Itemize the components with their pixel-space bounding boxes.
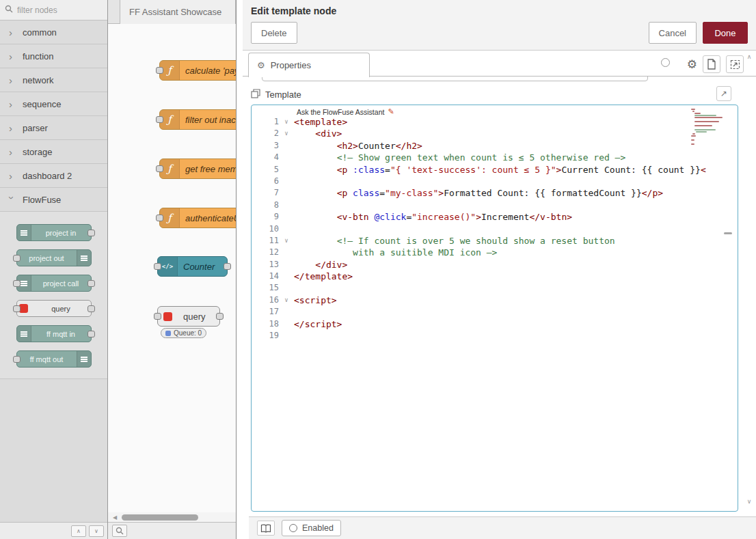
node-port[interactable] <box>156 165 163 172</box>
node-port[interactable] <box>216 313 224 320</box>
palette-node-ff-mqtt-out[interactable]: ff mqtt out <box>16 350 92 368</box>
palette-category-function[interactable]: ›function <box>0 44 107 68</box>
palette-category-common[interactable]: ›common <box>0 20 107 44</box>
line-number: 16 <box>252 294 279 306</box>
function-icon: ƒ <box>167 64 172 77</box>
palette-node-project-call[interactable]: project call <box>16 275 92 292</box>
horizontal-scrollbar[interactable]: ◀ <box>108 512 236 522</box>
workspace-tab-ff-assistant-showcase[interactable]: FF Assistant Showcase <box>120 0 236 24</box>
expand-icon <box>730 59 740 70</box>
palette-node-project-out[interactable]: project out <box>16 249 92 266</box>
palette-category-network[interactable]: ›network <box>0 68 107 92</box>
zoom-button[interactable] <box>112 525 127 537</box>
token: <v-btn <box>337 212 375 222</box>
code-text: with a suitible MDI icon —> <box>294 247 497 258</box>
node-port[interactable] <box>87 305 95 312</box>
palette-collapse-all-button[interactable]: ∧ <box>71 525 86 537</box>
line-number: 3 <box>252 140 279 152</box>
expand-editor-button[interactable]: ↗ <box>716 86 731 101</box>
dialog-title: Edit template node <box>243 0 756 21</box>
workspace[interactable]: FF Assistant Showcase ƒcalculate 'payƒfi… <box>108 0 236 539</box>
node-port[interactable] <box>224 263 231 270</box>
fold-arrow-icon[interactable]: ∨ <box>279 116 294 128</box>
line-number: 14 <box>252 271 279 282</box>
palette-node-ff-mqtt-in[interactable]: ff mqtt in <box>16 325 92 342</box>
token: </v-btn> <box>529 212 572 222</box>
palette-search-input[interactable] <box>17 5 96 15</box>
palette-node-label: query <box>31 305 91 313</box>
docs-button[interactable] <box>703 55 720 73</box>
code-text: <h2>Counter</h2> <box>294 140 422 152</box>
palette-category-flowfuse[interactable]: ›FlowFuse <box>0 188 107 212</box>
chevron-right-icon: › <box>9 147 15 157</box>
horizontal-scrollbar-thumb[interactable] <box>122 514 198 521</box>
flow-canvas[interactable]: ƒcalculate 'payƒfilter out inactiƒget fr… <box>108 24 236 512</box>
dialog-scrollbar[interactable]: ∧ ∨ <box>745 53 753 505</box>
flow-node-filter-out-inacti[interactable]: ƒfilter out inacti <box>159 109 236 130</box>
node-port[interactable] <box>154 263 161 270</box>
settings-gear-icon[interactable]: ⚙ <box>687 59 697 70</box>
token: <template> <box>294 117 347 127</box>
node-port[interactable] <box>13 305 21 312</box>
node-port[interactable] <box>154 313 161 320</box>
editor-lines: 1∨<template>2∨ <div>3 <h2>Counter</h2>4 … <box>252 116 738 342</box>
flow-node-get-free-memo[interactable]: ƒget free memo <box>159 158 236 179</box>
palette-category-dashboard-2[interactable]: ›dashboard 2 <box>0 164 107 188</box>
palette-node-query[interactable]: query <box>16 300 92 317</box>
code-text: <v-btn @click="increase()">Increment</v-… <box>294 211 572 223</box>
token: "increase()" <box>411 212 476 222</box>
enabled-circle-icon <box>289 524 297 532</box>
node-label: Counter <box>178 262 220 272</box>
flow-node-query[interactable]: query <box>157 306 220 327</box>
token <box>294 236 337 246</box>
node-port[interactable] <box>156 67 163 74</box>
token: < <box>701 165 706 175</box>
node-port[interactable] <box>156 215 163 221</box>
flow-node-counter[interactable]: </>Counter <box>157 256 228 277</box>
scroll-left-icon[interactable]: ◀ <box>113 514 117 521</box>
delete-button[interactable]: Delete <box>251 22 297 44</box>
node-port[interactable] <box>13 356 21 363</box>
scroll-up-icon[interactable]: ∧ <box>747 53 752 60</box>
scroll-down-icon[interactable]: ∨ <box>747 498 752 505</box>
node-port[interactable] <box>87 280 95 287</box>
cancel-button[interactable]: Cancel <box>649 22 697 44</box>
editor-line: 6 <box>252 176 738 187</box>
clipped-form-row <box>262 77 655 83</box>
clipped-input[interactable] <box>262 77 648 81</box>
token <box>294 128 315 139</box>
token: <h2> <box>337 141 358 151</box>
node-port[interactable] <box>87 331 95 337</box>
palette-expand-all-button[interactable]: ∨ <box>89 525 104 537</box>
node-port[interactable] <box>87 230 95 236</box>
code-text: </script> <box>294 318 342 330</box>
node-description-button[interactable] <box>257 521 275 536</box>
palette-category-label: common <box>23 27 57 38</box>
fold-arrow-icon[interactable]: ∨ <box>279 235 294 247</box>
palette-node-project-in[interactable]: project in <box>16 224 92 241</box>
fold-spacer <box>279 140 294 152</box>
enabled-toggle-button[interactable]: Enabled <box>282 520 341 536</box>
flow-node-authenticateu[interactable]: ƒauthenticateU <box>159 208 236 228</box>
tab-properties[interactable]: ⚙ Properties <box>248 53 370 77</box>
editor-line: 13 </div> <box>252 259 738 271</box>
node-port[interactable] <box>156 116 163 123</box>
expand-tray-button[interactable] <box>726 55 744 73</box>
palette-category-label: storage <box>23 147 52 157</box>
line-number: 1 <box>252 116 279 128</box>
node-port[interactable] <box>13 280 21 287</box>
palette-category-sequence[interactable]: ›sequence <box>0 92 107 116</box>
palette-category-parser[interactable]: ›parser <box>0 116 107 140</box>
fold-arrow-icon[interactable]: ∨ <box>279 294 294 306</box>
token: :class <box>353 165 385 175</box>
done-button[interactable]: Done <box>703 22 748 44</box>
code-editor[interactable]: Ask the FlowFuse Assistant ✎ 1∨<template… <box>251 105 738 512</box>
fold-arrow-icon[interactable]: ∨ <box>279 128 294 139</box>
line-number: 6 <box>252 176 279 187</box>
palette-category-storage[interactable]: ›storage <box>0 140 107 164</box>
token <box>294 260 315 270</box>
editor-line: 15 <box>252 282 738 294</box>
node-port[interactable] <box>13 255 21 262</box>
assistant-hint[interactable]: Ask the FlowFuse Assistant ✎ <box>297 107 394 116</box>
flow-node-calculate-pay[interactable]: ƒcalculate 'pay <box>159 60 236 81</box>
